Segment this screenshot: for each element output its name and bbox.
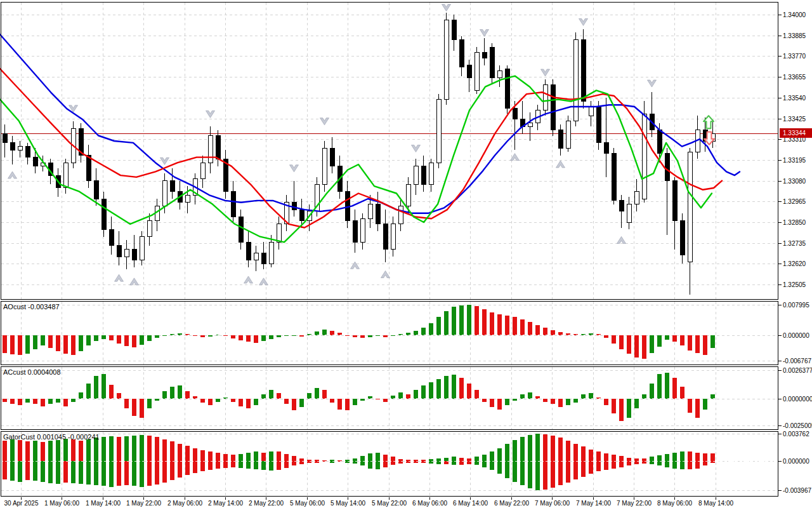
bull-candle <box>147 220 152 237</box>
histogram-bar <box>117 393 121 398</box>
histogram-bar <box>566 399 570 405</box>
histogram-bar <box>79 461 83 484</box>
histogram-bar <box>292 461 296 465</box>
histogram-bar <box>360 461 365 465</box>
histogram-bar <box>368 461 372 469</box>
histogram-bar <box>261 461 266 470</box>
bull-candle <box>322 148 327 184</box>
histogram-bar <box>25 461 30 480</box>
histogram-bar <box>543 434 547 462</box>
histogram-bar <box>657 461 662 465</box>
histogram-bar <box>543 399 547 402</box>
histogram-bar <box>703 461 707 465</box>
histogram-bar <box>132 436 136 461</box>
histogram-bar <box>505 399 509 405</box>
histogram-bar <box>86 439 91 462</box>
chart-canvas[interactable]: 1.340001.338851.337701.336551.335401.334… <box>0 0 812 508</box>
histogram-bar <box>688 399 692 413</box>
histogram-bar <box>406 394 410 399</box>
current-price-badge: 1.33344 <box>780 128 812 138</box>
histogram-bar <box>665 454 669 462</box>
scale-tick-label: 0.000000 <box>783 332 809 339</box>
bear-candle <box>619 201 624 211</box>
histogram-bar <box>558 399 563 408</box>
histogram-bar <box>193 461 197 472</box>
histogram-bar <box>48 441 53 461</box>
bull-candle <box>528 123 532 127</box>
bear-candle <box>604 143 608 154</box>
histogram-bar <box>269 335 273 340</box>
histogram-bar <box>178 461 182 477</box>
scale-tick-label: 1.32620 <box>783 260 806 267</box>
histogram-bar <box>528 322 532 335</box>
histogram-bar <box>56 399 60 403</box>
histogram-bar <box>132 399 136 416</box>
scale-tick-label: 1.34000 <box>783 11 806 18</box>
bear-candle <box>581 40 586 102</box>
histogram-bar <box>398 459 403 461</box>
histogram-bar <box>48 335 53 348</box>
histogram-bar <box>155 437 159 461</box>
histogram-bar <box>86 335 91 346</box>
histogram-bar <box>223 461 228 467</box>
bull-candle <box>277 224 281 242</box>
histogram-bar <box>71 461 75 483</box>
histogram-bar <box>124 436 129 461</box>
histogram-bar <box>505 461 509 478</box>
histogram-bar <box>254 335 258 344</box>
histogram-bar <box>642 461 646 463</box>
histogram-bar <box>117 437 121 461</box>
histogram-bar <box>25 441 30 461</box>
bear-candle <box>299 210 304 220</box>
bear-candle <box>216 136 220 159</box>
histogram-bar <box>596 451 601 461</box>
histogram-bar <box>383 399 388 402</box>
scale-tick-label: -0.0025005 <box>783 422 812 429</box>
histogram-bar <box>94 376 98 399</box>
histogram-bar <box>467 384 471 399</box>
histogram-bar <box>528 435 532 461</box>
histogram-bar <box>558 461 563 485</box>
histogram-bar <box>315 331 319 335</box>
histogram-bar <box>353 461 357 463</box>
bull-candle <box>406 184 410 206</box>
histogram-bar <box>56 335 60 351</box>
bear-candle <box>505 69 509 109</box>
bear-candle <box>513 109 517 119</box>
bear-candle <box>25 147 30 157</box>
histogram-bar <box>383 455 388 461</box>
histogram-bar <box>376 453 380 462</box>
histogram-bar <box>680 387 684 399</box>
histogram-bar <box>391 396 395 399</box>
histogram-bar <box>650 384 654 399</box>
histogram-bar <box>619 456 624 461</box>
scale-tick-label: 1.33080 <box>783 178 806 185</box>
histogram-bar <box>665 335 669 340</box>
histogram-bar <box>10 461 15 481</box>
bear-candle <box>102 199 106 229</box>
bull-candle <box>269 242 273 264</box>
time-tick-label: 7 May 14:00 <box>576 500 611 507</box>
scale-tick-label: 1.33195 <box>783 157 806 164</box>
histogram-bar <box>634 399 639 408</box>
histogram-bar <box>94 335 98 342</box>
bull-candle <box>414 166 418 184</box>
time-tick-label: 1 May 14:00 <box>86 500 121 507</box>
histogram-bar <box>147 399 152 408</box>
histogram-bar <box>421 328 426 335</box>
scale-tick-label: 1.32505 <box>783 281 806 288</box>
histogram-bar <box>10 335 15 354</box>
histogram-bar <box>10 399 15 404</box>
histogram-bar <box>124 335 129 346</box>
histogram-bar <box>185 391 190 399</box>
histogram-bar <box>48 399 53 404</box>
scale-tick-label: -0.006767 <box>783 358 811 364</box>
histogram-bar <box>261 453 266 462</box>
bull-candle <box>208 136 213 163</box>
histogram-bar <box>345 399 350 411</box>
scale-tick-label: 1.32965 <box>783 198 806 205</box>
bull-candle <box>543 85 547 110</box>
bull-candle <box>254 253 258 260</box>
histogram-bar <box>604 453 608 462</box>
histogram-bar <box>421 385 426 398</box>
